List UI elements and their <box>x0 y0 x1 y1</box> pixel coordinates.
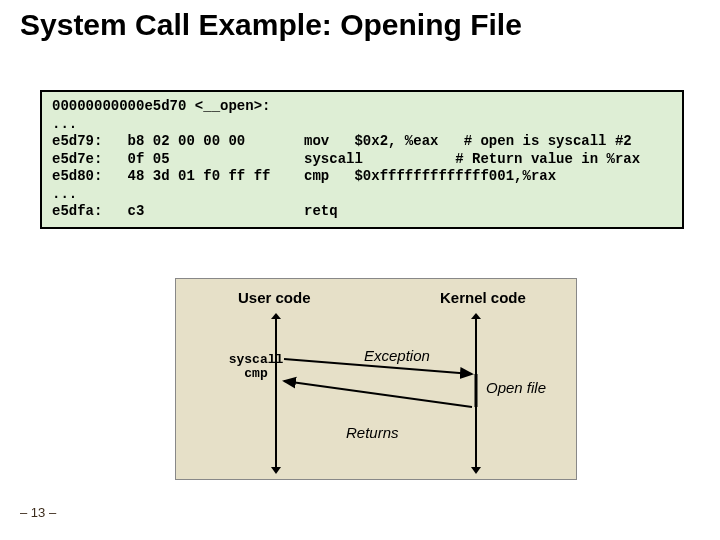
syscall-cmp-label: syscall cmp <box>226 353 286 382</box>
svg-line-8 <box>284 381 472 407</box>
page-number: – 13 – <box>20 505 56 520</box>
svg-marker-2 <box>271 467 281 474</box>
code-listing: 00000000000e5d70 <__open>: ... e5d79: b8… <box>40 90 684 229</box>
slide: System Call Example: Opening File 000000… <box>0 0 720 540</box>
svg-marker-1 <box>271 313 281 319</box>
returns-label: Returns <box>346 424 399 441</box>
svg-marker-5 <box>471 467 481 474</box>
open-file-label: Open file <box>486 379 546 396</box>
exception-label: Exception <box>364 347 430 364</box>
syscall-diagram: User code Kernel code syscall cmp E <box>175 278 577 480</box>
page-title: System Call Example: Opening File <box>20 8 522 42</box>
svg-marker-4 <box>471 313 481 319</box>
